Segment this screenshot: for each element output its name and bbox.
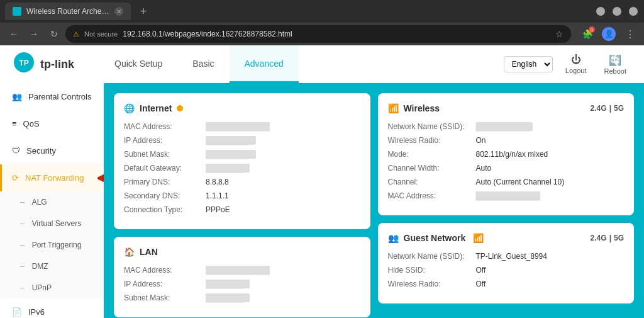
browser-controls: ← → ↻ ⚠ Not secure 192.168.0.1/webpages/…	[0, 23, 644, 45]
sidebar-item-security[interactable]: 🛡 Security	[0, 137, 104, 164]
guest-network-card-title: 👥 Guest Network 📶 2.4G | 5G	[388, 233, 625, 243]
parental-controls-icon: 👥	[12, 92, 22, 101]
back-button[interactable]: ←	[5, 25, 23, 43]
virtual-servers-label: Virtual Servers	[32, 219, 81, 228]
qos-label: QoS	[23, 119, 40, 128]
logo: TP tp-link	[13, 51, 74, 77]
wireless-width-label: Channel Width:	[388, 164, 476, 173]
internet-dns2-row: Secondary DNS: 1.1.1.1	[124, 191, 360, 200]
ext-badge: 0	[589, 26, 595, 33]
active-tab[interactable]: Wireless Router Archer AX50 ✕	[5, 3, 131, 20]
tab-advanced[interactable]: Advanced	[230, 45, 299, 83]
guest-network-icon: 👥	[388, 233, 399, 243]
sidebar-subitem-virtual-servers[interactable]: Virtual Servers	[0, 213, 104, 234]
wireless-badge-24: 2.4G	[591, 104, 607, 113]
guest-badges: 2.4G | 5G	[591, 234, 624, 242]
header-right: English ⏻ Logout 🔄 Reboot	[504, 52, 631, 77]
wireless-width-value: Auto	[476, 164, 492, 173]
internet-gateway-value: ███████	[206, 164, 250, 173]
ipv6-label: IPv6	[28, 307, 45, 317]
internet-conntype-row: Connection Type: PPPoE	[124, 205, 360, 214]
internet-ip-row: IP Address: ████████	[124, 136, 360, 145]
parental-controls-label: Parental Controls	[28, 92, 91, 101]
globe-icon: 🌐	[124, 103, 135, 113]
sidebar-item-qos[interactable]: ≡ QoS	[0, 110, 104, 137]
wireless-card-title: 📶 Wireless 2.4G | 5G	[388, 103, 625, 113]
wireless-badge-5g: 5G	[614, 104, 624, 113]
guest-radio-label: Wireless Radio:	[388, 280, 476, 288]
wireless-radio-row: Wireless Radio: On	[388, 136, 625, 145]
security-label: Security	[26, 146, 56, 156]
sidebar-subitem-alg[interactable]: ALG	[0, 191, 104, 213]
lan-subnet-row: Subnet Mask: ███████	[124, 293, 360, 302]
forward-button[interactable]: →	[25, 25, 43, 43]
wireless-title-text: Wireless	[404, 103, 440, 113]
minimize-button[interactable]	[596, 7, 605, 16]
content-area: 🌐 Internet MAC Address: ████████████ IP …	[104, 83, 644, 318]
internet-subnet-label: Subnet Mask:	[124, 150, 206, 159]
lan-mac-value: ████████████	[206, 266, 270, 275]
internet-mac-row: MAC Address: ████████████	[124, 122, 360, 131]
port-triggering-label: Port Triggering	[32, 241, 82, 249]
wireless-ssid-row: Network Name (SSID): ██████████	[388, 122, 625, 131]
lan-card-title: 🏠 LAN	[124, 247, 360, 257]
internet-mac-value: ████████████	[206, 122, 270, 131]
language-select[interactable]: English	[504, 56, 553, 72]
sidebar-item-ipv6[interactable]: 📄 IPv6	[0, 298, 104, 318]
internet-dns2-label: Secondary DNS:	[124, 191, 206, 200]
internet-subnet-row: Subnet Mask: ████████	[124, 150, 360, 159]
internet-ip-value: ████████	[206, 136, 256, 145]
tab-basic[interactable]: Basic	[177, 45, 229, 83]
internet-dns2-value: 1.1.1.1	[206, 191, 229, 200]
lan-ip-label: IP Address:	[124, 280, 206, 288]
extensions-button[interactable]: 🧩 0	[579, 25, 596, 43]
logo-text: tp-link	[40, 58, 74, 71]
wireless-channel-value: Auto (Current Channel 10)	[476, 178, 565, 186]
wireless-ssid-label: Network Name (SSID):	[388, 122, 476, 131]
guest-ssid-row: Network Name (SSID): TP-Link_Guest_8994	[388, 252, 625, 261]
left-column: 🌐 Internet MAC Address: ████████████ IP …	[114, 93, 370, 317]
svg-text:TP: TP	[19, 59, 28, 67]
sidebar-subitem-port-triggering[interactable]: Port Triggering	[0, 234, 104, 256]
sidebar-subitem-upnp[interactable]: UPnP	[0, 277, 104, 298]
tab-title: Wireless Router Archer AX50	[26, 7, 109, 16]
internet-status-dot	[177, 105, 183, 111]
internet-dns1-value: 8.8.8.8	[206, 178, 229, 186]
avatar: 👤	[602, 27, 616, 41]
wireless-channel-row: Channel: Auto (Current Channel 10)	[388, 178, 625, 186]
internet-subnet-value: ████████	[206, 150, 256, 159]
wireless-channel-label: Channel:	[388, 178, 476, 186]
close-window-button[interactable]	[629, 7, 638, 16]
guest-network-card: 👥 Guest Network 📶 2.4G | 5G Network Name…	[378, 223, 635, 304]
lan-title-text: LAN	[140, 247, 158, 257]
lan-ip-value: ███████	[206, 280, 250, 288]
internet-conntype-value: PPPoE	[206, 205, 230, 214]
url-text: 192.168.0.1/webpages/index.1627628878582…	[123, 30, 292, 38]
reload-button[interactable]: ↻	[45, 25, 63, 43]
lan-mac-label: MAC Address:	[124, 266, 206, 275]
tab-quick-setup[interactable]: Quick Setup	[99, 45, 177, 83]
guest-ssid-value: TP-Link_Guest_8994	[476, 252, 547, 261]
sidebar-item-parental-controls[interactable]: 👥 Parental Controls	[0, 83, 104, 110]
guest-badge-sep: |	[609, 234, 611, 242]
nat-label: NAT Forwarding	[25, 173, 84, 183]
logout-button[interactable]: ⏻ Logout	[560, 52, 592, 77]
guest-badge-5g: 5G	[614, 234, 624, 242]
security-warning: ⚠	[73, 30, 79, 38]
wireless-mac-label: MAC Address:	[388, 191, 476, 200]
nat-icon: ⟳	[12, 173, 19, 183]
main-nav: Quick Setup Basic Advanced	[99, 45, 299, 83]
new-tab-button[interactable]: +	[136, 4, 151, 19]
close-tab-button[interactable]: ✕	[114, 7, 123, 16]
address-bar[interactable]: ⚠ Not secure 192.168.0.1/webpages/index.…	[65, 25, 571, 43]
internet-card: 🌐 Internet MAC Address: ████████████ IP …	[114, 93, 370, 229]
profile-button[interactable]: 👤	[600, 25, 618, 43]
settings-icon[interactable]: ⋮	[621, 25, 639, 43]
wireless-mac-row: MAC Address: ████████████	[388, 191, 625, 200]
browser-action-buttons: 🧩 0 👤 ⋮	[579, 25, 639, 43]
sidebar-subitem-dmz[interactable]: DMZ	[0, 256, 104, 277]
internet-title-text: Internet	[140, 103, 172, 113]
maximize-button[interactable]	[613, 7, 621, 16]
sidebar-item-nat-forwarding[interactable]: ⟳ NAT Forwarding	[0, 164, 104, 191]
bookmark-icon[interactable]: ☆	[555, 29, 564, 39]
